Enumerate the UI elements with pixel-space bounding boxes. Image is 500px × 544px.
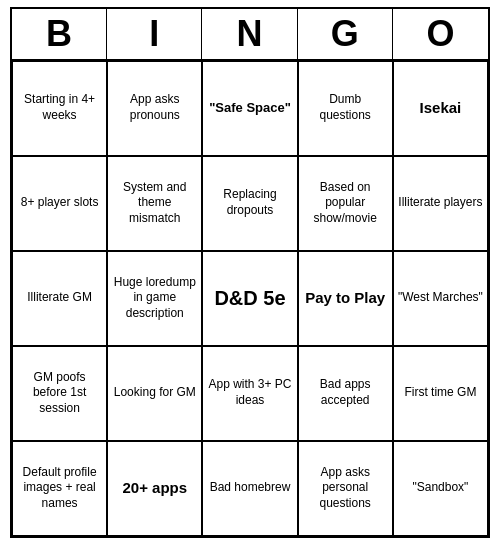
bingo-grid: Starting in 4+ weeksApp asks pronouns"Sa… bbox=[12, 61, 488, 536]
bingo-cell: Isekai bbox=[393, 61, 488, 156]
cell-text: Illiterate players bbox=[398, 195, 482, 211]
cell-text: Based on popular show/movie bbox=[303, 180, 388, 227]
header-letter: B bbox=[12, 9, 107, 59]
header-letter: N bbox=[202, 9, 297, 59]
bingo-cell: 20+ apps bbox=[107, 441, 202, 536]
bingo-cell: Illiterate GM bbox=[12, 251, 107, 346]
bingo-cell: Based on popular show/movie bbox=[298, 156, 393, 251]
cell-text: D&D 5e bbox=[214, 285, 285, 311]
cell-text: Replacing dropouts bbox=[207, 187, 292, 218]
bingo-cell: "West Marches" bbox=[393, 251, 488, 346]
bingo-header: BINGO bbox=[12, 9, 488, 61]
bingo-cell: Looking for GM bbox=[107, 346, 202, 441]
cell-text: "Safe Space" bbox=[209, 100, 291, 117]
bingo-cell: Starting in 4+ weeks bbox=[12, 61, 107, 156]
cell-text: Illiterate GM bbox=[27, 290, 92, 306]
header-letter: O bbox=[393, 9, 488, 59]
cell-text: App asks pronouns bbox=[112, 92, 197, 123]
cell-text: Pay to Play bbox=[305, 288, 385, 308]
header-letter: G bbox=[298, 9, 393, 59]
bingo-cell: 8+ player slots bbox=[12, 156, 107, 251]
cell-text: App asks personal questions bbox=[303, 465, 388, 512]
bingo-cell: App asks personal questions bbox=[298, 441, 393, 536]
cell-text: 8+ player slots bbox=[21, 195, 99, 211]
bingo-cell: Default profile images + real names bbox=[12, 441, 107, 536]
cell-text: Starting in 4+ weeks bbox=[17, 92, 102, 123]
bingo-cell: D&D 5e bbox=[202, 251, 297, 346]
bingo-cell: Illiterate players bbox=[393, 156, 488, 251]
cell-text: System and theme mismatch bbox=[112, 180, 197, 227]
cell-text: Bad apps accepted bbox=[303, 377, 388, 408]
bingo-cell: Bad homebrew bbox=[202, 441, 297, 536]
cell-text: App with 3+ PC ideas bbox=[207, 377, 292, 408]
cell-text: Dumb questions bbox=[303, 92, 388, 123]
bingo-cell: Dumb questions bbox=[298, 61, 393, 156]
bingo-card: BINGO Starting in 4+ weeksApp asks prono… bbox=[10, 7, 490, 538]
bingo-cell: App asks pronouns bbox=[107, 61, 202, 156]
bingo-cell: GM poofs before 1st session bbox=[12, 346, 107, 441]
cell-text: Bad homebrew bbox=[210, 480, 291, 496]
cell-text: GM poofs before 1st session bbox=[17, 370, 102, 417]
cell-text: "West Marches" bbox=[398, 290, 483, 306]
header-letter: I bbox=[107, 9, 202, 59]
cell-text: 20+ apps bbox=[122, 478, 187, 498]
cell-text: Isekai bbox=[420, 98, 462, 118]
cell-text: Looking for GM bbox=[114, 385, 196, 401]
bingo-cell: Bad apps accepted bbox=[298, 346, 393, 441]
bingo-cell: First time GM bbox=[393, 346, 488, 441]
bingo-cell: "Sandbox" bbox=[393, 441, 488, 536]
bingo-cell: App with 3+ PC ideas bbox=[202, 346, 297, 441]
cell-text: Huge loredump in game description bbox=[112, 275, 197, 322]
cell-text: Default profile images + real names bbox=[17, 465, 102, 512]
cell-text: First time GM bbox=[404, 385, 476, 401]
cell-text: "Sandbox" bbox=[412, 480, 468, 496]
bingo-cell: System and theme mismatch bbox=[107, 156, 202, 251]
bingo-cell: Pay to Play bbox=[298, 251, 393, 346]
bingo-cell: Replacing dropouts bbox=[202, 156, 297, 251]
bingo-cell: "Safe Space" bbox=[202, 61, 297, 156]
bingo-cell: Huge loredump in game description bbox=[107, 251, 202, 346]
